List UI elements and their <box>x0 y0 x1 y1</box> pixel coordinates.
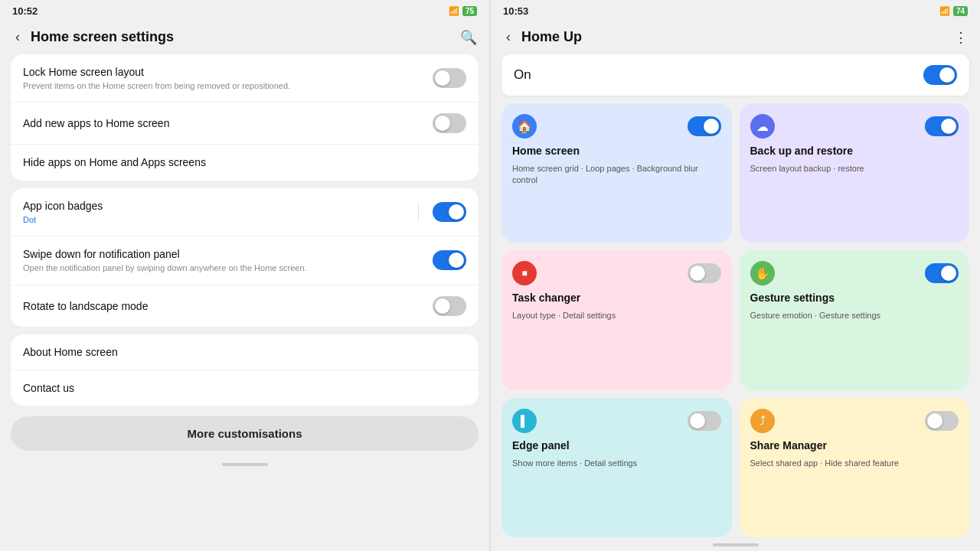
status-bar-left: 10:52 📶 75 <box>0 0 489 21</box>
backup-name: Back up and restore <box>750 145 959 157</box>
feature-card-gesture[interactable]: ✋ Gesture settings Gesture emotion · Ges… <box>740 250 970 390</box>
task-changer-toggle[interactable] <box>688 263 721 283</box>
edge-panel-name: Edge panel <box>512 439 721 452</box>
feature-card-share-manager[interactable]: ⤴ Share Manager Select shared app · Hide… <box>740 398 970 537</box>
home-screen-icon: 🏠 <box>512 114 537 139</box>
home-screen-desc: Home screen grid · Loop pages · Backgrou… <box>512 163 721 187</box>
gesture-toggle[interactable] <box>925 263 959 283</box>
battery-right: 74 <box>953 6 968 16</box>
page-header-right: ‹ Home Up ⋮ <box>491 21 980 54</box>
share-manager-toggle[interactable] <box>925 411 959 431</box>
gesture-desc: Gesture emotion · Gesture settings <box>750 310 959 321</box>
hide-apps-row[interactable]: Hide apps on Home and Apps screens <box>11 145 479 180</box>
status-bar-right: 10:53 📶 74 <box>491 0 980 21</box>
signal-icon: 📶 <box>449 6 459 16</box>
edge-panel-desc: Show more items · Detail settings <box>512 458 721 469</box>
app-badges-sub: Dot <box>23 214 410 225</box>
scroll-content-left: Lock Home screen layout Prevent items on… <box>0 54 489 551</box>
about-label: About Home screen <box>23 345 466 359</box>
time-right: 10:53 <box>503 5 528 17</box>
share-manager-name: Share Manager <box>750 439 959 452</box>
add-apps-row: Add new apps to Home screen <box>11 103 479 145</box>
feature-grid: 🏠 Home screen Home screen grid · Loop pa… <box>491 103 980 537</box>
swipe-notif-row: Swipe down for notification panel Open t… <box>11 236 479 285</box>
lock-layout-row: Lock Home screen layout Prevent items on… <box>11 54 479 103</box>
swipe-notif-label: Swipe down for notification panel <box>23 247 425 261</box>
badges-card: App icon badges Dot Swipe down for notif… <box>11 188 479 327</box>
lock-settings-card: Lock Home screen layout Prevent items on… <box>11 54 479 181</box>
homeup-on-toggle[interactable] <box>923 65 957 85</box>
edge-panel-icon: ▌ <box>512 409 537 433</box>
lock-layout-sub: Prevent items on the Home screen from be… <box>23 80 425 91</box>
app-badges-toggle[interactable] <box>433 202 466 222</box>
back-button-left[interactable]: ‹ <box>12 28 23 47</box>
page-title-left: Home screen settings <box>31 29 452 45</box>
more-customisations-button[interactable]: More customisations <box>11 416 479 451</box>
rotate-toggle[interactable] <box>433 296 466 316</box>
scroll-indicator-left <box>222 463 268 466</box>
home-screen-name: Home screen <box>512 145 721 157</box>
right-panel: 10:53 📶 74 ‹ Home Up ⋮ On 🏠 Home screen <box>489 0 980 551</box>
swipe-notif-sub: Open the notification panel by swiping d… <box>23 262 425 273</box>
backup-icon: ☁ <box>750 114 775 139</box>
about-row[interactable]: About Home screen <box>11 334 479 370</box>
app-badges-label: App icon badges <box>23 199 410 213</box>
home-screen-toggle[interactable] <box>688 116 721 136</box>
page-header-left: ‹ Home screen settings 🔍 <box>0 21 489 54</box>
on-label: On <box>514 67 923 83</box>
feature-card-backup[interactable]: ☁ Back up and restore Screen layout back… <box>740 103 970 243</box>
task-changer-name: Task changer <box>512 292 721 304</box>
back-button-right[interactable]: ‹ <box>503 28 514 47</box>
add-apps-toggle[interactable] <box>433 113 466 133</box>
rotate-row: Rotate to landscape mode <box>11 285 479 327</box>
share-manager-icon: ⤴ <box>750 409 775 433</box>
time-left: 10:52 <box>12 5 38 17</box>
menu-icon-right[interactable]: ⋮ <box>954 29 968 46</box>
backup-toggle[interactable] <box>925 116 959 136</box>
feature-card-edge-panel[interactable]: ▌ Edge panel Show more items · Detail se… <box>501 398 732 537</box>
feature-card-task-changer[interactable]: ■ Task changer Layout type · Detail sett… <box>501 250 732 390</box>
lock-layout-label: Lock Home screen layout <box>23 65 425 79</box>
share-manager-desc: Select shared app · Hide shared feature <box>750 458 959 469</box>
homeup-on-row: On <box>501 54 969 96</box>
hide-apps-label: Hide apps on Home and Apps screens <box>23 155 466 169</box>
backup-desc: Screen layout backup · restore <box>750 163 959 174</box>
task-changer-icon: ■ <box>512 261 537 285</box>
add-apps-label: Add new apps to Home screen <box>23 116 425 130</box>
feature-card-home-screen[interactable]: 🏠 Home screen Home screen grid · Loop pa… <box>501 103 732 243</box>
rotate-label: Rotate to landscape mode <box>23 299 425 313</box>
search-icon-left[interactable]: 🔍 <box>460 29 477 46</box>
signal-icon-right: 📶 <box>939 6 950 16</box>
contact-row[interactable]: Contact us <box>11 370 479 406</box>
scroll-indicator-right <box>713 543 759 546</box>
battery-left: 75 <box>462 6 477 16</box>
left-panel: 10:52 📶 75 ‹ Home screen settings 🔍 Lock… <box>0 0 489 551</box>
status-icons-right: 📶 74 <box>939 6 968 16</box>
right-scroll-content: On 🏠 Home screen Home screen grid · Loop… <box>491 54 980 551</box>
swipe-notif-toggle[interactable] <box>433 250 466 270</box>
task-changer-desc: Layout type · Detail settings <box>512 310 721 321</box>
contact-label: Contact us <box>23 381 466 395</box>
status-icons-left: 📶 75 <box>449 6 477 16</box>
gesture-name: Gesture settings <box>750 292 959 304</box>
about-card: About Home screen Contact us <box>11 334 479 406</box>
lock-layout-toggle[interactable] <box>433 68 466 88</box>
page-title-right: Home Up <box>521 29 946 45</box>
app-badges-row: App icon badges Dot <box>11 188 479 236</box>
gesture-icon: ✋ <box>750 261 775 285</box>
edge-panel-toggle[interactable] <box>688 411 721 431</box>
